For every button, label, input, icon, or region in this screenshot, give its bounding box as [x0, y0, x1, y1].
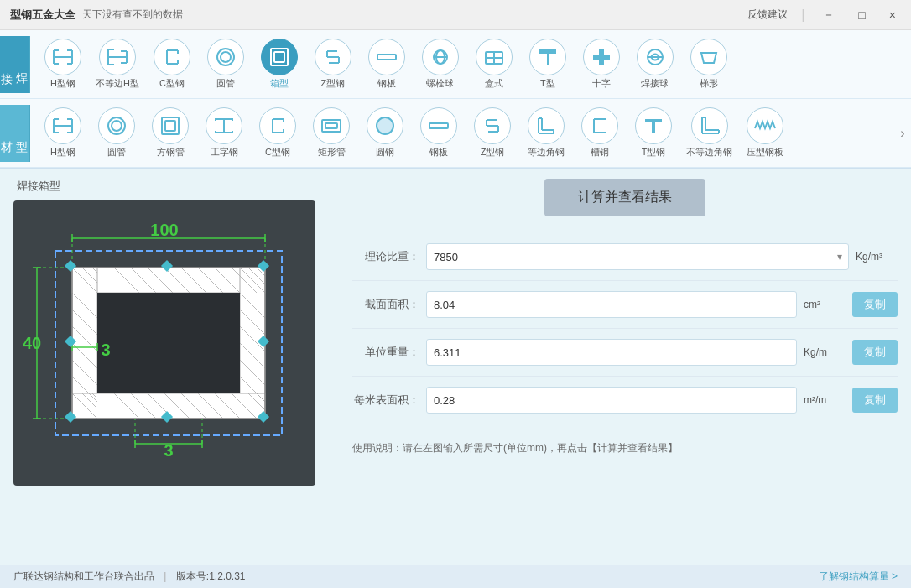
surface-copy-button[interactable]: 复制 [852, 388, 898, 413]
status-right-link[interactable]: 了解钢结构算量 > [819, 570, 898, 584]
surface-label: 每米表面积： [352, 393, 419, 408]
separator-pipe: | [164, 570, 166, 582]
plate2-icon [420, 107, 457, 144]
density-label: 理论比重： [352, 249, 419, 264]
close-button[interactable]: × [884, 7, 901, 23]
area-copy-button[interactable]: 复制 [852, 292, 898, 317]
h-beam-label: H型钢 [50, 77, 75, 90]
toolbar-items-profile: H型钢 圆管 方 [30, 99, 894, 167]
weight-input[interactable] [426, 339, 797, 366]
rect-tube-icon [313, 107, 350, 144]
svg-point-73 [377, 117, 393, 134]
tool-box-type[interactable]: 盒式 [468, 35, 520, 93]
density-unit: Kg/m³ [856, 251, 898, 263]
tool-rect-tube[interactable]: 矩形管 [305, 104, 357, 162]
svg-text:3: 3 [101, 341, 110, 359]
surface-input-wrap [426, 387, 797, 414]
company-name: 广联达钢结构和工作台联合出品 [13, 570, 154, 582]
tool-unequal-angle[interactable]: 不等边角钢 [681, 104, 737, 162]
t-type-label: T型 [540, 77, 555, 90]
area-label: 截面面积： [352, 297, 419, 312]
weld-ball-icon [637, 39, 674, 75]
svg-text:100: 100 [150, 221, 178, 239]
svg-point-56 [112, 121, 122, 131]
box-icon [261, 39, 298, 75]
version-info: 版本号:1.2.0.31 [176, 570, 246, 582]
tool-z-steel[interactable]: Z型钢 [307, 35, 359, 93]
tool-square-tube[interactable]: 方钢管 [144, 104, 196, 162]
toolbar-items-weld: H型钢 不等边H型 [30, 30, 911, 98]
channel-label: 槽钢 [591, 146, 609, 159]
feedback-link[interactable]: 反馈建议 [747, 8, 788, 22]
tool-t-type[interactable]: T型 [522, 35, 574, 93]
box-type-label: 盒式 [485, 77, 503, 90]
svg-text:40: 40 [23, 334, 41, 352]
z-steel2-icon [474, 107, 511, 144]
toolbar-area: 焊接 H型钢 [0, 30, 911, 169]
round-steel-icon [367, 107, 403, 144]
plate-icon [368, 39, 405, 75]
equal-angle-label: 等边角钢 [528, 146, 565, 159]
unequal-h-icon [99, 39, 136, 75]
tool-round-tube2[interactable]: 圆管 [91, 104, 143, 162]
area-input[interactable] [426, 291, 797, 318]
tool-round-tube[interactable]: 圆管 [200, 35, 252, 93]
tool-unequal-h[interactable]: 不等边H型 [91, 35, 144, 93]
density-input-wrap: ▾ [426, 243, 849, 270]
tool-bolt-ball[interactable]: 螺栓球 [414, 35, 466, 93]
tool-trapezoid[interactable]: 梯形 [683, 35, 735, 93]
box-type-icon [476, 39, 513, 75]
c-steel-label: C型钢 [159, 77, 185, 90]
tool-weld-ball[interactable]: 焊接球 [629, 35, 681, 93]
weight-unit: Kg/m [804, 346, 846, 358]
field-row-density: 理论比重： ▾ Kg/m³ [352, 233, 898, 281]
h-beam2-label: H型钢 [50, 146, 75, 159]
tool-plate[interactable]: 钢板 [361, 35, 413, 93]
svg-rect-58 [165, 121, 175, 131]
calc-button[interactable]: 计算并查看结果 [544, 179, 705, 216]
tool-cross[interactable]: 十字 [575, 35, 627, 93]
tab-profile[interactable]: 型材 [0, 105, 30, 162]
t-steel-icon [635, 107, 672, 144]
round-tube2-icon [98, 107, 135, 144]
tool-press-plate[interactable]: 压型钢板 [739, 104, 791, 162]
svg-rect-74 [429, 123, 448, 128]
weight-copy-button[interactable]: 复制 [852, 340, 898, 365]
status-bar: 广联达钢结构和工作台联合出品 | 版本号:1.2.0.31 了解钢结构算量 > [0, 565, 911, 588]
tool-box[interactable]: 箱型 [253, 35, 305, 93]
c-steel-icon [154, 39, 190, 75]
tool-equal-angle[interactable]: 等边角钢 [520, 104, 572, 162]
surface-input[interactable] [426, 387, 797, 414]
t-type-icon [529, 39, 566, 75]
weight-label: 单位重量： [352, 345, 419, 360]
tool-round-steel[interactable]: 圆钢 [359, 104, 411, 162]
app-title: 型钢五金大全 [10, 8, 75, 23]
square-tube-label: 方钢管 [157, 146, 185, 159]
tool-channel[interactable]: 槽钢 [574, 104, 626, 162]
plate2-label: 钢板 [429, 146, 448, 159]
cross-label: 十字 [592, 77, 611, 90]
h-beam2-icon [44, 107, 81, 144]
tool-i-beam[interactable]: 工字钢 [198, 104, 250, 162]
tool-c-steel2[interactable]: C型钢 [252, 104, 304, 162]
svg-marker-47 [701, 53, 716, 63]
svg-rect-72 [325, 123, 337, 128]
trapezoid-label: 梯形 [700, 77, 718, 90]
tool-h-beam[interactable]: H型钢 [37, 35, 89, 93]
square-tube-icon [152, 107, 189, 144]
tool-h-beam2[interactable]: H型钢 [37, 104, 89, 162]
field-row-area: 截面面积： cm² 复制 [352, 281, 898, 329]
tool-z-steel2[interactable]: Z型钢 [466, 104, 518, 162]
tool-c-steel[interactable]: C型钢 [146, 35, 198, 93]
weld-ball-label: 焊接球 [641, 77, 669, 90]
restore-button[interactable]: □ [853, 7, 870, 23]
density-input[interactable] [426, 243, 849, 270]
main-content: 焊接箱型 [0, 169, 911, 588]
tool-plate2[interactable]: 钢板 [413, 104, 465, 162]
tab-weld[interactable]: 焊接 [0, 36, 30, 93]
tool-t-steel[interactable]: T型钢 [627, 104, 679, 162]
scroll-right-arrow[interactable]: › [894, 105, 911, 162]
minimize-button[interactable]: － [818, 6, 840, 24]
title-bar: 型钢五金大全 天下没有查不到的数据 反馈建议 | － □ × [0, 0, 911, 30]
svg-point-20 [221, 52, 231, 62]
